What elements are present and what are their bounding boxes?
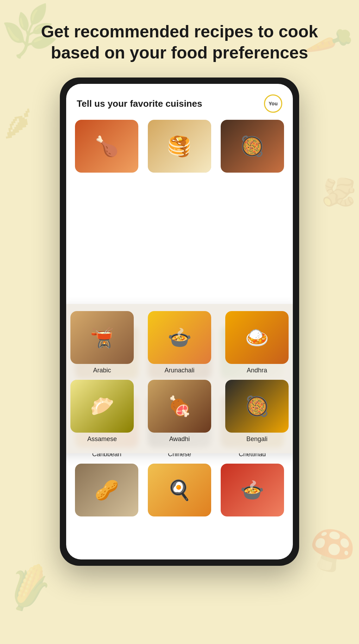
cuisine-image-assamese: 🥟	[70, 380, 134, 433]
cuisine-image-awadhi: 🍖	[148, 380, 211, 433]
cuisine-image-arabic: 🫕	[70, 311, 134, 364]
cuisine-grid-top: 🍗 🥞 🥘	[73, 120, 286, 173]
cuisine-label-arabic: Arabic	[93, 367, 111, 374]
cuisine-image-bottom3: 🍲	[221, 464, 284, 516]
cuisine-image-row1c: 🥘	[221, 120, 284, 173]
cuisine-item-bottom3[interactable]: 🍲	[219, 464, 286, 516]
cuisine-scroll-area[interactable]: 🍗 🥞 🥘	[66, 116, 293, 559]
cuisine-item-arunachali[interactable]: 🍲 Arunachali	[144, 311, 215, 374]
you-badge: You	[264, 94, 282, 113]
cuisine-item-row1b[interactable]: 🥞	[146, 120, 213, 173]
cuisine-item-bottom1[interactable]: 🥜	[73, 464, 140, 516]
header-section: Get recommended recipes to cook based on…	[0, 0, 359, 78]
cuisine-image-row1a: 🍗	[75, 120, 138, 173]
cuisine-item-assamese[interactable]: 🥟 Assamese	[66, 380, 138, 443]
cuisine-item-row1c[interactable]: 🥘	[219, 120, 286, 173]
page-title: Get recommended recipes to cook based on…	[28, 21, 331, 63]
cuisine-label-andhra: Andhra	[247, 367, 267, 374]
screen-header: Tell us your favorite cuisines You	[66, 84, 293, 116]
phone-frame: Tell us your favorite cuisines You 🍗 🥞	[60, 78, 299, 566]
cuisine-label-arunachali: Arunachali	[164, 367, 194, 374]
cuisine-image-andhra: 🍛	[225, 311, 289, 364]
cuisine-label-bengali: Bengali	[246, 435, 267, 443]
cuisine-item-andhra[interactable]: 🍛 Andhra	[221, 311, 293, 374]
cuisine-item-bottom2[interactable]: 🍳	[146, 464, 213, 516]
frosted-popup: 🫕 Arabic 🍲 Arunachali 🍛	[66, 304, 293, 453]
cuisine-label-assamese: Assamese	[87, 435, 117, 443]
cuisine-label-awadhi: Awadhi	[169, 435, 190, 443]
cuisine-image-row1b: 🥞	[148, 120, 211, 173]
cuisine-image-bengali: 🥘	[225, 380, 289, 433]
phone-screen: Tell us your favorite cuisines You 🍗 🥞	[66, 84, 293, 559]
cuisine-image-bottom2: 🍳	[148, 464, 211, 516]
cuisine-grid-row5: 🥜 🍳 🍲	[73, 464, 286, 516]
cuisine-image-arunachali: 🍲	[148, 311, 211, 364]
screen-title: Tell us your favorite cuisines	[77, 98, 202, 109]
cuisine-item-bengali[interactable]: 🥘 Bengali	[221, 380, 293, 443]
frosted-grid: 🫕 Arabic 🍲 Arunachali 🍛	[66, 311, 293, 443]
cuisine-item-row1a[interactable]: 🍗	[73, 120, 140, 173]
cuisine-item-arabic[interactable]: 🫕 Arabic	[66, 311, 138, 374]
cuisine-image-bottom1: 🥜	[75, 464, 138, 516]
cuisine-item-awadhi[interactable]: 🍖 Awadhi	[144, 380, 215, 443]
